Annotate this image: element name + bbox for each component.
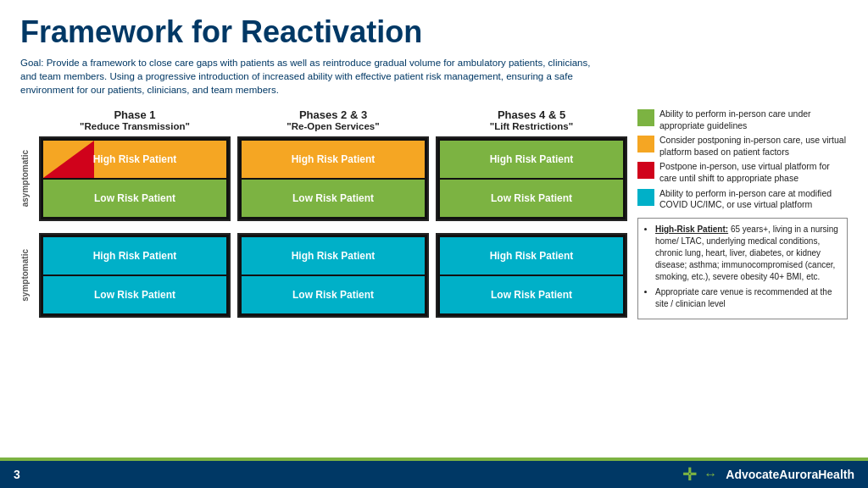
logo-text: AdvocateAuroraHealth (726, 468, 854, 481)
legend-item-cyan: Ability to perform in-person care at mod… (637, 188, 848, 211)
symptomatic-label: symptomatic (20, 249, 34, 302)
phases45-header: Phases 4 & 5 "Lift Restrictions" (436, 108, 627, 131)
symptomatic-phases: High Risk Patient Low Risk Patient High … (39, 233, 627, 318)
asymptomatic-section: asymptomatic High Risk Patient Low Risk … (20, 136, 627, 221)
phases45-asym-high: High Risk Patient (440, 141, 623, 178)
goal-text: Goal: Provide a framework to close care … (20, 56, 597, 97)
legend-color-red (637, 162, 654, 179)
phases45-sym-high: High Risk Patient (440, 237, 623, 274)
phases45-title: Phases 4 & 5 (436, 108, 627, 121)
legend-note-1: High-Risk Patient: 65 years+, living in … (655, 224, 840, 283)
phases45-sym-low: Low Risk Patient (440, 276, 623, 313)
phases23-asym-box: High Risk Patient Low Risk Patient (237, 136, 429, 221)
phases23-asym-high-label: High Risk Patient (292, 153, 376, 165)
legend-text-red: Postpone in-person, use virtual platform… (659, 161, 848, 184)
phases23-title: Phases 2 & 3 (237, 108, 429, 121)
phase1-asym-high: High Risk Patient (43, 141, 226, 178)
legend-items: Ability to perform in-person care under … (637, 108, 848, 211)
legend-text-orange: Consider postponing in-person care, use … (659, 135, 848, 158)
logo-cross-icon: ✛ (682, 464, 697, 485)
phases23-sym-high: High Risk Patient (242, 237, 425, 274)
phase1-subtitle: "Reduce Transmission" (39, 121, 231, 131)
legend-item-green: Ability to perform in-person care under … (637, 108, 848, 131)
phases23-asym-low: Low Risk Patient (242, 180, 425, 217)
page-title: Framework for Reactivation (20, 15, 848, 49)
phase1-sym-high-label: High Risk Patient (93, 250, 177, 262)
legend-notes-list: High-Risk Patient: 65 years+, living in … (645, 224, 840, 310)
phases45-sym-high-label: High Risk Patient (490, 250, 574, 262)
legend-color-orange (637, 136, 654, 152)
phase1-sym-high: High Risk Patient (43, 237, 226, 274)
phases45-asym-low: Low Risk Patient (440, 180, 623, 217)
phases45-asym-low-label: Low Risk Patient (491, 192, 572, 204)
legend-text-cyan: Ability to perform in-person care at mod… (659, 188, 848, 211)
legend-item-red: Postpone in-person, use virtual platform… (637, 161, 848, 184)
phase1-asym-low: Low Risk Patient (43, 180, 226, 217)
phases23-subtitle: "Re-Open Services" (237, 121, 429, 131)
phases45-asym-high-label: High Risk Patient (490, 153, 574, 165)
phases23-asym-high: High Risk Patient (242, 141, 425, 178)
phases-legend-row: Phase 1 "Reduce Transmission" Phases 2 &… (20, 108, 848, 319)
legend-text-green: Ability to perform in-person care under … (659, 108, 848, 131)
legend-color-green (637, 109, 654, 126)
high-risk-label: High-Risk Patient: (655, 225, 728, 234)
page-number: 3 (14, 468, 20, 481)
asymptomatic-phases: High Risk Patient Low Risk Patient High … (39, 136, 627, 221)
phases23-sym-low: Low Risk Patient (242, 276, 425, 313)
phase1-sym-box: High Risk Patient Low Risk Patient (39, 233, 231, 318)
legend-note-box: High-Risk Patient: 65 years+, living in … (637, 218, 848, 319)
main-content: Framework for Reactivation Goal: Provide… (0, 0, 868, 319)
phases23-asym-low-label: Low Risk Patient (292, 192, 374, 204)
bottom-bar: 3 ✛ ↔ AdvocateAuroraHealth (0, 461, 868, 488)
legend-item-orange: Consider postponing in-person care, use … (637, 135, 848, 158)
red-triangle (43, 141, 94, 178)
legend-section: Ability to perform in-person care under … (627, 108, 848, 319)
phases45-sym-box: High Risk Patient Low Risk Patient (436, 233, 627, 318)
phases23-header: Phases 2 & 3 "Re-Open Services" (237, 108, 429, 131)
phases23-sym-box: High Risk Patient Low Risk Patient (237, 233, 429, 318)
phases23-sym-low-label: Low Risk Patient (292, 289, 374, 301)
phases45-asym-box: High Risk Patient Low Risk Patient (436, 136, 627, 221)
phases45-sym-low-label: Low Risk Patient (491, 289, 572, 301)
phase1-header: Phase 1 "Reduce Transmission" (39, 108, 231, 131)
phases45-subtitle: "Lift Restrictions" (436, 121, 627, 131)
phase1-title: Phase 1 (39, 108, 231, 121)
logo-area: ✛ ↔ AdvocateAuroraHealth (682, 464, 854, 485)
asymptomatic-label: asymptomatic (20, 150, 34, 207)
phase1-sym-low: Low Risk Patient (43, 276, 226, 313)
phases-section: Phase 1 "Reduce Transmission" Phases 2 &… (20, 108, 627, 319)
legend-note-2: Appropriate care venue is recommended at… (655, 286, 840, 310)
phase1-asym-box: High Risk Patient Low Risk Patient (39, 136, 231, 221)
phase1-asym-high-label: High Risk Patient (93, 153, 177, 165)
phase1-sym-low-label: Low Risk Patient (94, 289, 175, 301)
symptomatic-section: symptomatic High Risk Patient Low Risk P… (20, 233, 627, 318)
logo-arrow-icon: ↔ (704, 467, 717, 482)
legend-color-cyan (637, 189, 654, 206)
phases23-sym-high-label: High Risk Patient (292, 250, 376, 262)
phase1-asym-low-label: Low Risk Patient (94, 192, 175, 204)
